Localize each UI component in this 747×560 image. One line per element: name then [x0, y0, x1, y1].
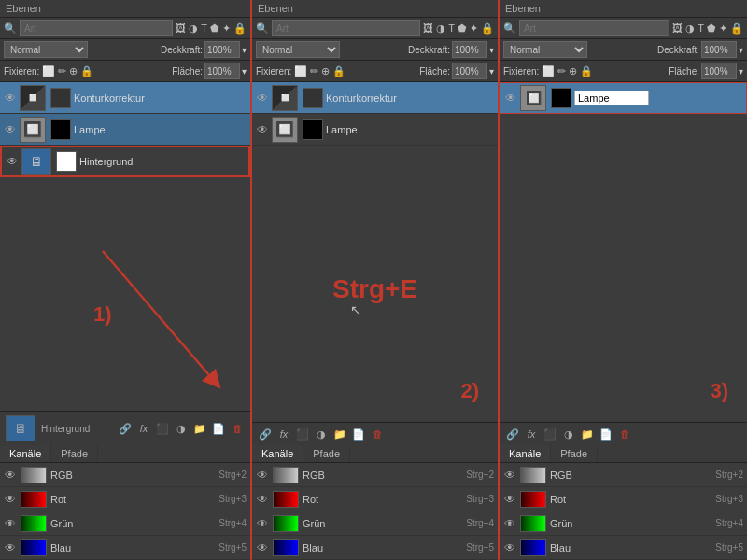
- eye-icon-gruen-3[interactable]: 👁: [503, 517, 516, 530]
- panel1-tab-pfade[interactable]: Pfade: [51, 445, 98, 462]
- channel-rgb-2[interactable]: 👁 RGB Strg+2: [252, 463, 498, 487]
- image-icon[interactable]: 🖼: [176, 22, 186, 34]
- link-icon-3[interactable]: 🔗: [505, 427, 520, 441]
- new-icon-3[interactable]: 📄: [599, 427, 613, 441]
- text-icon-2[interactable]: T: [448, 22, 455, 34]
- shape-icon-2[interactable]: ⬟: [458, 22, 467, 35]
- link-icon-2[interactable]: 🔗: [258, 427, 273, 441]
- panel1-flaeche-arrow[interactable]: ▾: [242, 66, 247, 77]
- panel3-tab-pfade[interactable]: Pfade: [551, 445, 598, 462]
- mask-icon-1[interactable]: ⬛: [155, 421, 170, 436]
- folder-icon-3[interactable]: 📁: [580, 427, 595, 441]
- fix2-icon1[interactable]: ⬜: [294, 65, 307, 77]
- image-icon-2[interactable]: 🖼: [423, 22, 433, 34]
- lock-icon-2[interactable]: 🔒: [481, 22, 494, 35]
- link-icon-1[interactable]: 🔗: [118, 421, 133, 436]
- panel1-mode-select[interactable]: Normal: [4, 41, 88, 58]
- panel2-deckkraft-input[interactable]: [452, 41, 487, 58]
- eye-icon-rot-3[interactable]: 👁: [503, 493, 516, 506]
- new-icon-2[interactable]: 📄: [351, 427, 366, 441]
- lock-icon[interactable]: 🔒: [233, 22, 247, 35]
- panel3-flaeche-input[interactable]: [701, 63, 737, 79]
- effects-icon-3[interactable]: ✦: [719, 22, 727, 35]
- fix-icon4[interactable]: 🔒: [80, 65, 93, 77]
- panel3-tab-kanale[interactable]: Kanäle: [500, 445, 551, 462]
- folder-icon-1[interactable]: 📁: [192, 421, 207, 436]
- eye-icon-rgb-3[interactable]: 👁: [503, 469, 516, 482]
- panel3-deckkraft-input[interactable]: [701, 41, 737, 58]
- eye-icon-rot-1[interactable]: 👁: [4, 493, 17, 506]
- panel2-tab-kanale[interactable]: Kanäle: [252, 445, 303, 462]
- adjust-icon[interactable]: ◑: [189, 22, 198, 35]
- fix3-icon4[interactable]: 🔒: [580, 65, 593, 77]
- channel-blau-1[interactable]: 👁 Blau Strg+5: [0, 536, 250, 560]
- layer-lampe-1[interactable]: 👁 🔲 Lampe: [0, 114, 250, 146]
- channel-rot-2[interactable]: 👁 Rot Strg+3: [252, 487, 498, 511]
- channel-gruen-2[interactable]: 👁 Grün Strg+4: [252, 511, 498, 536]
- eye-icon-kk2[interactable]: 👁: [256, 91, 269, 105]
- folder-icon-2[interactable]: 📁: [332, 427, 347, 441]
- fx-icon-1[interactable]: fx: [136, 421, 151, 436]
- effects-icon-2[interactable]: ✦: [470, 22, 478, 35]
- layer-lampe-3[interactable]: 👁 🔲: [500, 82, 747, 114]
- panel1-deckkraft-arrow[interactable]: ▾: [242, 45, 247, 55]
- trash-icon-1[interactable]: 🗑: [230, 421, 245, 436]
- panel3-mode-select[interactable]: Normal: [503, 41, 587, 58]
- fix-icon1[interactable]: ⬜: [42, 65, 55, 77]
- channel-rot-3[interactable]: 👁 Rot Strg+3: [500, 487, 747, 511]
- panel2-search-input[interactable]: [272, 20, 420, 36]
- new-icon-1[interactable]: 📄: [211, 421, 226, 436]
- layer-hintergrund-1[interactable]: 👁 🖥 Hintergrund: [0, 146, 250, 177]
- adjust-icon-2[interactable]: ◑: [436, 22, 445, 35]
- eye-icon-gruen-2[interactable]: 👁: [256, 517, 269, 530]
- channel-blau-2[interactable]: 👁 Blau Strg+5: [252, 536, 498, 560]
- eye-icon-lampe2[interactable]: 👁: [256, 123, 269, 136]
- panel3-search-input[interactable]: [519, 20, 669, 36]
- panel2-mode-select[interactable]: Normal: [256, 41, 340, 58]
- layer-lampe-2[interactable]: 👁 🔲 Lampe: [252, 114, 498, 146]
- adjust-icon-2b[interactable]: ◑: [314, 427, 329, 441]
- adjust-icon-1[interactable]: ◑: [174, 421, 189, 436]
- fix2-icon2[interactable]: ✏: [310, 65, 318, 77]
- adjust-icon-3b[interactable]: ◑: [561, 427, 576, 441]
- eye-icon-lampe3[interactable]: 👁: [504, 91, 517, 105]
- fix3-icon3[interactable]: ⊕: [569, 65, 577, 77]
- effects-icon[interactable]: ✦: [222, 22, 231, 35]
- fix2-icon3[interactable]: ⊕: [321, 65, 330, 77]
- layer-konturkorrektur-1[interactable]: 👁 ⬜ Konturkorrektur: [0, 82, 250, 114]
- panel2-deckkraft-arrow[interactable]: ▾: [489, 45, 494, 55]
- eye-icon-blau-3[interactable]: 👁: [503, 541, 516, 554]
- text-icon-3[interactable]: T: [698, 22, 704, 34]
- shape-icon[interactable]: ⬟: [210, 22, 219, 35]
- panel1-search-input[interactable]: [20, 20, 173, 36]
- panel1-tab-kanale[interactable]: Kanäle: [0, 445, 51, 462]
- fx-icon-2[interactable]: fx: [276, 427, 291, 441]
- channel-gruen-1[interactable]: 👁 Grün Strg+4: [0, 511, 250, 536]
- channel-rgb-3[interactable]: 👁 RGB Strg+2: [500, 463, 747, 487]
- panel2-flaeche-input[interactable]: [452, 63, 487, 79]
- trash-icon-3[interactable]: 🗑: [617, 427, 632, 441]
- text-icon[interactable]: T: [201, 22, 207, 34]
- fx-icon-3[interactable]: fx: [524, 427, 539, 441]
- eye-icon-blau-1[interactable]: 👁: [4, 541, 17, 554]
- eye-icon-lampe-1[interactable]: 👁: [4, 123, 17, 136]
- panel1-deckkraft-input[interactable]: [204, 41, 240, 58]
- channel-gruen-3[interactable]: 👁 Grün Strg+4: [500, 511, 747, 536]
- eye-icon-blau-2[interactable]: 👁: [256, 541, 269, 554]
- lock-icon-3[interactable]: 🔒: [730, 22, 743, 35]
- layer-rename-input[interactable]: [574, 91, 649, 105]
- eye-icon-rgb-1[interactable]: 👁: [4, 469, 17, 482]
- eye-icon-hintergrund-1[interactable]: 👁: [6, 155, 19, 168]
- fix-icon2[interactable]: ✏: [58, 65, 66, 77]
- fix-icon3[interactable]: ⊕: [69, 65, 78, 77]
- trash-icon-2[interactable]: 🗑: [370, 427, 385, 441]
- mask-icon-3[interactable]: ⬛: [543, 427, 557, 441]
- eye-icon-gruen-1[interactable]: 👁: [4, 517, 17, 530]
- adjust-icon-3[interactable]: ◑: [685, 22, 695, 35]
- eye-icon-1[interactable]: 👁: [4, 91, 17, 105]
- channel-rgb-1[interactable]: 👁 RGB Strg+2: [0, 463, 250, 487]
- shape-icon-3[interactable]: ⬟: [707, 22, 716, 35]
- mask-icon-2[interactable]: ⬛: [295, 427, 310, 441]
- eye-icon-rgb-2[interactable]: 👁: [256, 469, 269, 482]
- fix3-icon1[interactable]: ⬜: [542, 65, 555, 77]
